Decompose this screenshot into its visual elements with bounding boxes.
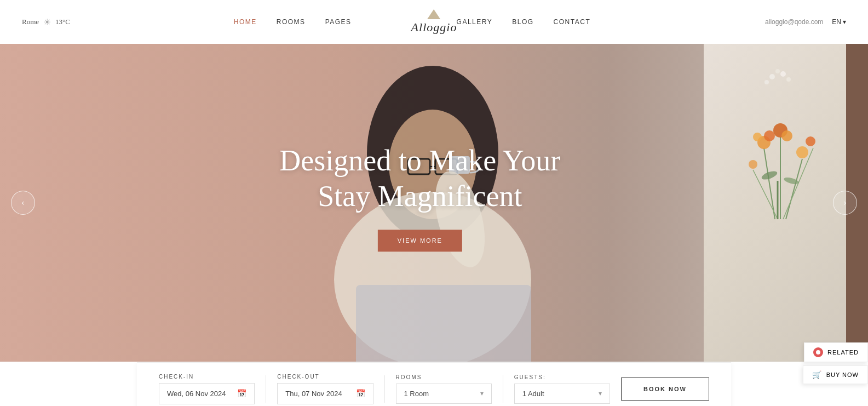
related-button[interactable]: RELATED <box>804 342 868 362</box>
header-right: alloggio@qode.com EN ▾ <box>737 18 846 26</box>
checkout-label: CHECK-OUT <box>277 374 373 380</box>
site-logo[interactable]: Alloggio <box>411 9 457 35</box>
divider-1 <box>266 375 266 403</box>
hero-section: Designed to Make Your Stay Magnificent V… <box>0 44 868 362</box>
divider-3 <box>503 375 503 403</box>
checkin-field: CHECK-IN Wed, 06 Nov 2024 📅 <box>159 374 255 404</box>
guests-label: GUESTS: <box>514 374 610 380</box>
related-dot-inner <box>816 350 820 354</box>
checkin-label: CHECK-IN <box>159 374 255 380</box>
nav-home[interactable]: HOME <box>234 18 257 26</box>
language-text: EN <box>832 18 841 26</box>
checkout-field: CHECK-OUT Thu, 07 Nov 2024 📅 <box>277 374 373 404</box>
nav-rooms[interactable]: ROOMS <box>277 18 306 26</box>
buy-now-label: BUY NOW <box>826 371 859 378</box>
rooms-value: 1 Room <box>404 390 476 398</box>
hero-title: Designed to Make Your Stay Magnificent <box>279 143 560 214</box>
rooms-select[interactable]: 1 Room ▾ <box>396 384 492 404</box>
language-selector[interactable]: EN ▾ <box>832 18 846 26</box>
divider-2 <box>384 375 385 403</box>
rooms-chevron-icon: ▾ <box>480 390 484 398</box>
view-more-button[interactable]: VIEW MORE <box>378 230 462 251</box>
hero-text-block: Designed to Make Your Stay Magnificent V… <box>279 143 560 251</box>
left-arrow-icon: ‹ <box>21 198 24 208</box>
checkout-input[interactable]: Thu, 07 Nov 2024 📅 <box>277 383 373 404</box>
booking-bar: CHECK-IN Wed, 06 Nov 2024 📅 CHECK-OUT Th… <box>137 362 731 406</box>
nav-pages[interactable]: PAGES <box>325 18 352 26</box>
guests-value: 1 Adult <box>522 390 594 398</box>
checkin-value: Wed, 06 Nov 2024 <box>167 390 233 398</box>
related-dot-icon <box>813 347 823 357</box>
hero-next-arrow[interactable]: › <box>833 191 857 215</box>
location-weather: Rome ☀ 13°C <box>22 17 88 27</box>
hero-prev-arrow[interactable]: ‹ <box>11 191 35 215</box>
nav-contact[interactable]: CONTACT <box>554 18 591 26</box>
related-label: RELATED <box>827 349 859 356</box>
sun-icon: ☀ <box>43 17 51 27</box>
rooms-label: ROOMS <box>396 374 492 380</box>
guests-select[interactable]: 1 Adult ▾ <box>514 384 610 404</box>
logo-triangle <box>428 9 441 19</box>
calendar-icon-checkout: 📅 <box>356 389 365 398</box>
rooms-field: ROOMS 1 Room ▾ <box>396 374 492 404</box>
guests-chevron-icon: ▾ <box>599 390 602 398</box>
buy-now-button[interactable]: 🛒 BUY NOW <box>803 365 868 384</box>
location-text: Rome <box>22 18 39 26</box>
checkin-input[interactable]: Wed, 06 Nov 2024 📅 <box>159 383 255 404</box>
nav-blog[interactable]: BLOG <box>512 18 533 26</box>
calendar-icon-checkin: 📅 <box>237 389 246 398</box>
site-header: Rome ☀ 13°C HOME ROOMS PAGES Alloggio GA… <box>0 0 868 44</box>
guests-field: GUESTS: 1 Adult ▾ <box>514 374 610 404</box>
cart-icon: 🛒 <box>812 370 822 379</box>
nav-gallery[interactable]: GALLERY <box>457 18 493 26</box>
book-now-button[interactable]: BOOK NOW <box>621 378 709 401</box>
main-nav: HOME ROOMS PAGES Alloggio GALLERY BLOG C… <box>88 18 737 26</box>
checkout-value: Thu, 07 Nov 2024 <box>285 390 351 398</box>
header-email[interactable]: alloggio@qode.com <box>765 18 823 26</box>
right-arrow-icon: › <box>843 198 846 208</box>
logo-text: Alloggio <box>411 20 457 35</box>
temperature-text: 13°C <box>55 18 70 26</box>
chevron-down-icon: ▾ <box>843 18 846 26</box>
